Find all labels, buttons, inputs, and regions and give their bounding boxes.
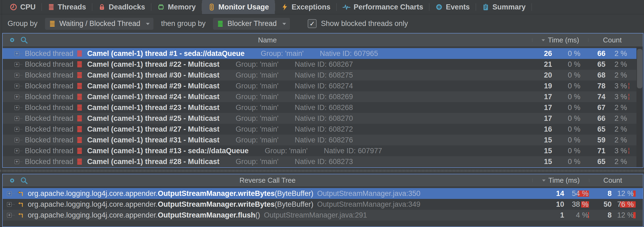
percent-cell: 38 % (564, 200, 589, 209)
tree-connector (19, 64, 22, 65)
expand-toggle[interactable]: + (15, 127, 19, 132)
blocked-thread-label: Blocked thread (25, 158, 73, 166)
blocked-thread-row[interactable]: +Blocked threadCamel (camel-1) thread #3… (3, 70, 636, 81)
call-tree-row[interactable]: +org.apache.logging.log4j.core.appender.… (3, 188, 643, 199)
blocked-thread-state-icon (76, 104, 83, 111)
gear-icon[interactable] (8, 36, 16, 44)
column-header-time[interactable]: Time (ms) (532, 36, 588, 44)
value: 21 (544, 60, 552, 68)
source-location: OutputStreamManager.java:349 (317, 200, 420, 209)
cpu-icon (10, 3, 17, 11)
blocked-thread-state-icon (76, 72, 83, 79)
column-header-reverse-call-tree[interactable]: Reverse Call Tree (3, 176, 532, 185)
vertical-scrollbar[interactable] (636, 47, 643, 167)
call-tree-row[interactable]: +org.apache.logging.log4j.core.appender.… (3, 199, 643, 210)
blocked-thread-state-icon (76, 82, 83, 89)
group-by-dropdown[interactable]: Waiting / Blocked Thread (45, 18, 153, 30)
blocked-thread-row[interactable]: +Blocked threadCamel (camel-1) thread #2… (3, 59, 636, 70)
expand-toggle[interactable]: + (7, 213, 12, 218)
value: 17 (544, 114, 552, 122)
blocked-thread-row[interactable]: +Blocked threadCamel (camel-1) thread #1… (3, 48, 636, 59)
value-cell: 1 (539, 211, 564, 219)
percent-cell: 12 % (612, 189, 636, 198)
percent-cell: 0 % (552, 93, 583, 101)
blocked-thread-row[interactable]: +Blocked threadCamel (camel-1) thread #2… (3, 91, 636, 102)
tab-memory[interactable]: Memory (151, 0, 202, 14)
percent-cell: 3 % (605, 93, 629, 101)
expand-toggle[interactable]: + (15, 159, 19, 164)
column-header-time[interactable]: Time (ms) (532, 176, 589, 185)
blocked-threads-panel: Name Time (ms) Count +Blocked threadCame… (2, 33, 643, 168)
expand-toggle[interactable]: + (15, 116, 19, 121)
column-header-name[interactable]: Name (3, 36, 532, 44)
percent-cell: 0 % (552, 125, 583, 133)
blocked-thread-row[interactable]: +Blocked threadCamel (camel-1) thread #3… (3, 135, 636, 145)
thread-native-id: Native ID: 608273 (295, 158, 353, 166)
search-icon[interactable] (20, 36, 28, 44)
profiler-tab-bar: CPUThreadsDeadlocksMemoryMonitor UsageEx… (0, 0, 644, 14)
percent-value: 0 % (568, 60, 580, 68)
blocked-thread-row[interactable]: +Blocked threadCamel (camel-1) thread #2… (3, 81, 636, 91)
blocked-thread-row[interactable]: +Blocked threadCamel (camel-1) thread #2… (3, 102, 636, 113)
expand-toggle[interactable]: + (15, 138, 19, 142)
expand-toggle[interactable]: + (15, 73, 19, 78)
value-cell: 17 (530, 93, 552, 101)
blocked-thread-state-icon (76, 115, 83, 122)
blocked-thread-state-icon (76, 136, 83, 143)
expand-toggle[interactable]: + (7, 191, 12, 196)
percent-cell: 0 % (552, 158, 583, 166)
expand-toggle[interactable]: + (15, 105, 19, 110)
memory-chip-icon (157, 3, 165, 11)
tab-label: Memory (168, 3, 196, 11)
scrollbar-thumb[interactable] (637, 49, 642, 88)
value-cell: 16 (530, 125, 552, 133)
thread-group: Group: 'main' (261, 49, 304, 58)
tab-monitor-usage[interactable]: Monitor Usage (202, 0, 275, 14)
tab-threads[interactable]: Threads (42, 0, 92, 14)
percent-value: 76 % (617, 200, 634, 208)
expand-toggle[interactable]: + (15, 84, 19, 88)
blocked-thread-row[interactable]: +Blocked threadCamel (camel-1) thread #1… (3, 145, 636, 156)
call-tree-row[interactable]: +org.apache.logging.log4j.core.appender.… (3, 210, 643, 221)
show-blocked-threads-checkbox[interactable]: ✓ Show blocked threads only (308, 19, 408, 28)
percent-value: 38 % (572, 200, 588, 208)
thread-name-cell: +Blocked threadCamel (camel-1) thread #2… (3, 104, 530, 112)
blocked-thread-row[interactable]: +Blocked threadCamel (camel-1) thread #2… (3, 113, 636, 124)
thread-group: Group: 'main' (236, 114, 279, 123)
column-header-count[interactable]: Count (588, 36, 636, 44)
percent-cell: 0 % (552, 114, 583, 123)
tab-performance-charts[interactable]: Performance Charts (337, 0, 429, 14)
value-cell: 19 (530, 82, 552, 90)
expand-toggle[interactable]: + (15, 149, 19, 153)
percent-cell: 76 % (612, 200, 636, 209)
tab-events[interactable]: Events (429, 0, 476, 14)
value: 78 (597, 82, 605, 90)
search-icon[interactable] (20, 176, 28, 185)
percent-cell: 3 % (605, 82, 629, 90)
tab-label: Events (446, 3, 470, 11)
percent-value: 2 % (614, 104, 627, 112)
tab-deadlocks[interactable]: Deadlocks (92, 0, 151, 14)
value: 15 (544, 158, 552, 166)
tab-cpu[interactable]: CPU (4, 0, 42, 14)
thread-name: Camel (camel-1) thread #31 - Multicast (87, 136, 220, 144)
percent-value: 2 % (614, 60, 627, 68)
tab-summary[interactable]: Summary (476, 0, 532, 14)
expand-toggle[interactable]: + (15, 62, 19, 67)
expand-toggle[interactable]: + (7, 202, 12, 207)
then-group-by-dropdown[interactable]: Blocker Thread (213, 18, 290, 30)
gear-icon[interactable] (8, 176, 16, 185)
expand-toggle[interactable]: + (15, 51, 19, 56)
blocked-thread-row[interactable]: +Blocked threadCamel (camel-1) thread #2… (3, 156, 636, 167)
percent-cell: 0 % (552, 136, 583, 144)
blocked-thread-row[interactable]: +Blocked threadCamel (camel-1) thread #2… (3, 124, 636, 135)
tab-exceptions[interactable]: Exceptions (275, 0, 336, 14)
column-header-count[interactable]: Count (589, 176, 636, 185)
panel-splitter[interactable] (0, 168, 644, 174)
percent-value: 3 % (614, 93, 627, 101)
percent-value: 0 % (568, 114, 580, 122)
expand-toggle[interactable]: + (15, 95, 19, 99)
thread-name: Camel (camel-1) thread #25 - Multicast (87, 114, 220, 123)
thread-group: Group: 'main' (236, 158, 279, 166)
value: 59 (597, 136, 605, 144)
